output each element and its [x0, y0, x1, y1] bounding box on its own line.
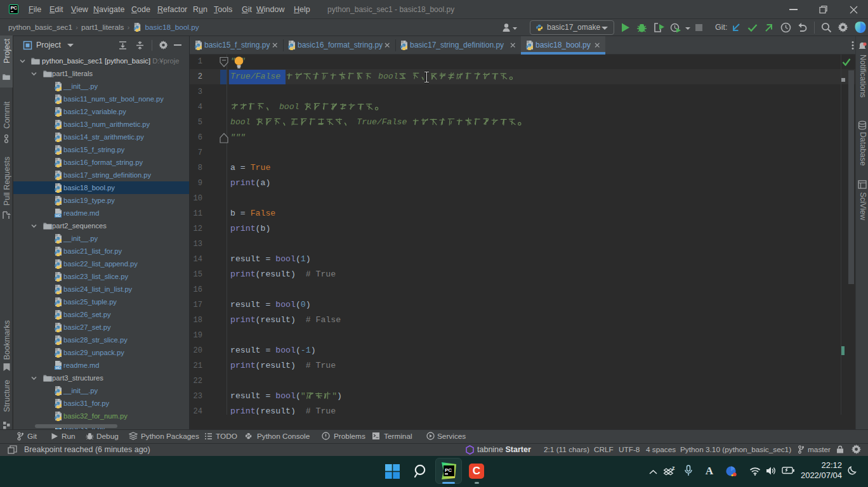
svg-text:PC: PC	[445, 467, 452, 473]
svg-text:z: z	[672, 465, 675, 471]
